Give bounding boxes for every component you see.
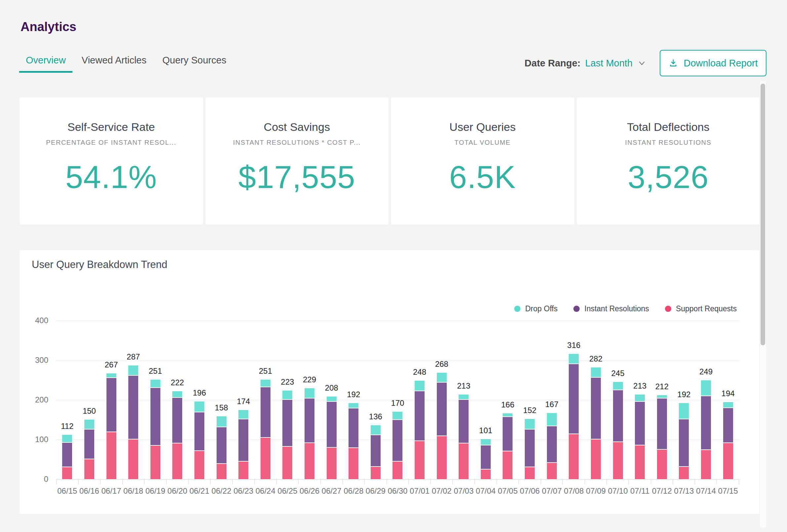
stacked-bar[interactable]: [437, 373, 447, 479]
tab-viewed-articles[interactable]: Viewed Articles: [75, 55, 153, 73]
stacked-bar[interactable]: [327, 397, 337, 479]
bar-segment-support-requests[interactable]: [238, 462, 248, 479]
bar-segment-support-requests[interactable]: [481, 469, 491, 479]
bar-segment-support-requests[interactable]: [194, 451, 204, 479]
bar-segment-instant-resolutions[interactable]: [150, 388, 161, 446]
bar-segment-support-requests[interactable]: [128, 440, 138, 479]
bar-segment-drop-offs[interactable]: [371, 425, 381, 435]
bar-segment-instant-resolutions[interactable]: [260, 387, 271, 438]
stacked-bar[interactable]: [459, 395, 469, 479]
bar-segment-instant-resolutions[interactable]: [657, 399, 667, 450]
bar-segment-drop-offs[interactable]: [84, 420, 94, 429]
stacked-bar[interactable]: [217, 416, 227, 479]
bar-segment-drop-offs[interactable]: [723, 402, 733, 408]
bar-segment-support-requests[interactable]: [723, 443, 733, 479]
legend-item-instant-resolutions[interactable]: Instant Resolutions: [573, 304, 649, 313]
bar-segment-instant-resolutions[interactable]: [414, 391, 425, 441]
bar-segment-support-requests[interactable]: [437, 436, 447, 479]
bar-segment-drop-offs[interactable]: [62, 435, 72, 443]
stacked-bar[interactable]: [304, 388, 315, 479]
bar-segment-instant-resolutions[interactable]: [481, 445, 491, 469]
stacked-bar[interactable]: [503, 413, 513, 479]
bar-segment-drop-offs[interactable]: [150, 380, 161, 388]
bar-segment-support-requests[interactable]: [635, 445, 645, 479]
bar-segment-drop-offs[interactable]: [414, 381, 425, 391]
bar-segment-drop-offs[interactable]: [217, 416, 227, 427]
bar-segment-drop-offs[interactable]: [304, 388, 315, 399]
legend-item-support-requests[interactable]: Support Requests: [665, 304, 737, 313]
bar-segment-instant-resolutions[interactable]: [238, 419, 248, 462]
bar-segment-support-requests[interactable]: [525, 467, 535, 479]
bar-segment-drop-offs[interactable]: [392, 412, 402, 420]
bar-segment-support-requests[interactable]: [503, 451, 513, 479]
stacked-bar[interactable]: [679, 403, 689, 479]
stacked-bar[interactable]: [282, 391, 292, 479]
scrollbar-thumb[interactable]: [761, 84, 765, 345]
bar-segment-support-requests[interactable]: [569, 434, 579, 479]
bar-segment-drop-offs[interactable]: [194, 401, 204, 413]
stacked-bar[interactable]: [723, 402, 733, 479]
bar-segment-support-requests[interactable]: [371, 467, 381, 479]
bar-segment-support-requests[interactable]: [106, 432, 116, 479]
bar-segment-instant-resolutions[interactable]: [106, 378, 116, 432]
bar-segment-support-requests[interactable]: [172, 443, 182, 479]
bar-segment-support-requests[interactable]: [679, 467, 689, 479]
bar-segment-drop-offs[interactable]: [635, 395, 645, 402]
legend-item-drop-offs[interactable]: Drop Offs: [514, 304, 557, 313]
stacked-bar[interactable]: [62, 435, 72, 479]
bar-segment-support-requests[interactable]: [414, 441, 425, 479]
bar-segment-instant-resolutions[interactable]: [679, 419, 689, 467]
bar-segment-instant-resolutions[interactable]: [701, 396, 711, 450]
stacked-bar[interactable]: [525, 419, 535, 479]
bar-segment-instant-resolutions[interactable]: [128, 376, 138, 440]
bar-segment-drop-offs[interactable]: [613, 382, 623, 390]
stacked-bar[interactable]: [260, 380, 271, 479]
bar-segment-drop-offs[interactable]: [503, 413, 513, 417]
bar-segment-drop-offs[interactable]: [679, 403, 689, 419]
bar-segment-instant-resolutions[interactable]: [304, 399, 315, 443]
bar-segment-support-requests[interactable]: [260, 438, 271, 479]
bar-segment-support-requests[interactable]: [150, 446, 161, 479]
bar-segment-drop-offs[interactable]: [701, 380, 711, 396]
bar-segment-instant-resolutions[interactable]: [84, 429, 94, 459]
bar-segment-instant-resolutions[interactable]: [547, 426, 557, 463]
tab-overview[interactable]: Overview: [19, 55, 72, 73]
stacked-bar[interactable]: [414, 381, 425, 479]
download-report-button[interactable]: Download Report: [660, 50, 766, 76]
bar-segment-support-requests[interactable]: [62, 467, 72, 479]
bar-segment-instant-resolutions[interactable]: [635, 402, 645, 445]
bar-segment-instant-resolutions[interactable]: [172, 398, 182, 443]
stacked-bar[interactable]: [591, 368, 601, 479]
bar-segment-support-requests[interactable]: [84, 459, 94, 479]
bar-segment-instant-resolutions[interactable]: [217, 427, 227, 464]
bar-segment-support-requests[interactable]: [591, 440, 601, 479]
bar-segment-support-requests[interactable]: [613, 442, 623, 479]
bar-segment-support-requests[interactable]: [304, 443, 315, 479]
stacked-bar[interactable]: [613, 382, 623, 479]
bar-segment-instant-resolutions[interactable]: [459, 400, 469, 443]
bar-segment-instant-resolutions[interactable]: [723, 408, 733, 443]
bar-segment-support-requests[interactable]: [392, 462, 402, 479]
bar-segment-support-requests[interactable]: [657, 450, 667, 479]
bar-segment-drop-offs[interactable]: [569, 354, 579, 364]
bar-segment-instant-resolutions[interactable]: [62, 443, 72, 467]
bar-segment-drop-offs[interactable]: [547, 413, 557, 427]
bar-segment-instant-resolutions[interactable]: [437, 383, 447, 436]
stacked-bar[interactable]: [128, 365, 138, 479]
stacked-bar[interactable]: [569, 354, 579, 479]
stacked-bar[interactable]: [84, 420, 94, 479]
bar-segment-drop-offs[interactable]: [591, 368, 601, 378]
bar-segment-instant-resolutions[interactable]: [613, 390, 623, 442]
bar-segment-instant-resolutions[interactable]: [591, 378, 601, 440]
stacked-bar[interactable]: [481, 439, 491, 479]
bar-segment-support-requests[interactable]: [217, 464, 227, 479]
bar-segment-drop-offs[interactable]: [260, 380, 271, 387]
stacked-bar[interactable]: [635, 395, 645, 479]
bar-segment-support-requests[interactable]: [459, 443, 469, 479]
bar-segment-support-requests[interactable]: [348, 448, 358, 479]
bar-segment-support-requests[interactable]: [282, 447, 292, 479]
bar-segment-support-requests[interactable]: [327, 448, 337, 479]
stacked-bar[interactable]: [106, 373, 116, 479]
stacked-bar[interactable]: [238, 410, 248, 479]
bar-segment-drop-offs[interactable]: [128, 365, 138, 376]
